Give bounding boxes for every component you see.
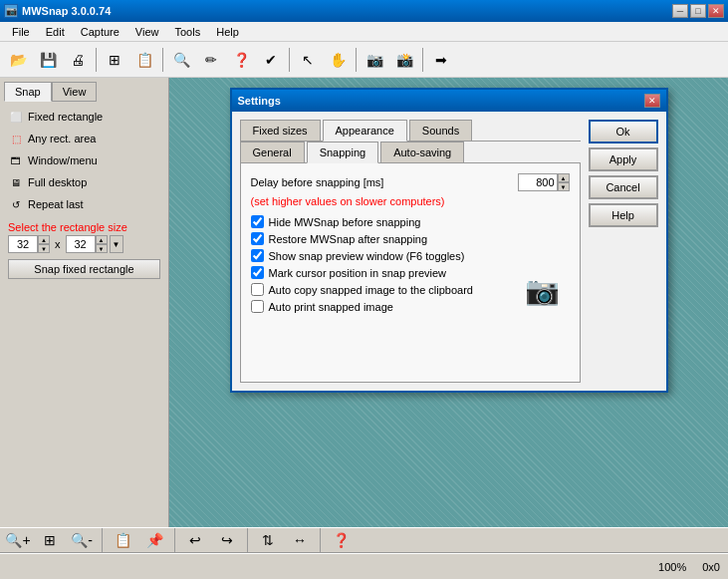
tab-sounds[interactable]: Sounds — [409, 120, 472, 141]
checkbox-preview-input[interactable] — [251, 249, 264, 262]
sidebar-item-any-rect[interactable]: ⬚ Any rect. area — [4, 128, 164, 149]
checkbox-hide-label: Hide MWSnap before snapping — [269, 216, 421, 228]
toolbar-export[interactable]: ➡ — [427, 46, 455, 74]
toolbar-hand[interactable]: ✋ — [324, 46, 352, 74]
sidebar-tab-view[interactable]: View — [52, 82, 98, 102]
snap-fixed-btn[interactable]: Snap fixed rectangle — [8, 259, 160, 279]
tab-general[interactable]: General — [240, 142, 305, 162]
maximize-button[interactable]: □ — [690, 4, 706, 18]
checkbox-autoprint-input[interactable] — [251, 300, 264, 313]
menu-file[interactable]: File — [4, 24, 38, 40]
settings-dialog: Settings ✕ Fixed sizes Appearance Sounds… — [230, 88, 668, 393]
toolbar-zoom-in[interactable]: 🔍 — [167, 46, 195, 74]
dialog-content: Delay before snapping [ms] ▲ ▼ (set high… — [240, 163, 581, 383]
sidebar-item-repeat[interactable]: ↺ Repeat last — [4, 193, 164, 215]
tab-snapping[interactable]: Snapping — [307, 142, 379, 163]
delay-input[interactable] — [518, 173, 558, 191]
toolbar-pencil[interactable]: ✏ — [197, 46, 225, 74]
window-icon: 🗔 — [8, 152, 24, 168]
size-y-input[interactable] — [66, 235, 96, 253]
toolbar-cursor[interactable]: ↖ — [294, 46, 322, 74]
toolbar-question[interactable]: ❓ — [227, 46, 255, 74]
tab-appearance[interactable]: Appearance — [323, 120, 407, 142]
dialog-body: Fixed sizes Appearance Sounds General Sn… — [232, 112, 666, 391]
menu-bar: File Edit Capture View Tools Help — [0, 22, 728, 42]
toolbar-print[interactable]: 🖨 — [64, 46, 92, 74]
checkbox-hide: Hide MWSnap before snapping — [251, 215, 570, 228]
menu-edit[interactable]: Edit — [38, 24, 73, 40]
title-bar: 📷 MWSnap 3.0.0.74 ─ □ ✕ — [0, 0, 728, 22]
sidebar-item-repeat-label: Repeat last — [28, 198, 84, 210]
checkbox-autocopy: Auto copy snapped image to the clipboard — [251, 283, 570, 296]
status-redo[interactable]: ↪ — [213, 526, 241, 554]
menu-help[interactable]: Help — [208, 24, 247, 40]
minimize-button[interactable]: ─ — [672, 4, 688, 18]
sidebar-tab-snap[interactable]: Snap — [4, 82, 52, 102]
size-x-spinners: ▲ ▼ — [38, 235, 50, 253]
status-sep4 — [320, 528, 321, 552]
ok-button[interactable]: Ok — [589, 120, 658, 144]
fixed-rect-icon: ⬜ — [8, 109, 24, 125]
statusbar-top: 🔍+ ⊞ 🔍- 📋 📌 ↩ ↪ ⇅ ↔ ❓ — [0, 527, 728, 553]
sidebar-item-fixed-rect[interactable]: ⬜ Fixed rectangle — [4, 106, 164, 128]
toolbar-grid[interactable]: ⊞ — [101, 46, 128, 74]
status-flip[interactable]: ⇅ — [254, 526, 282, 554]
tab-autosaving[interactable]: Auto-saving — [380, 142, 464, 162]
toolbar-check[interactable]: ✔ — [257, 46, 285, 74]
size-y-up[interactable]: ▲ — [96, 235, 108, 244]
status-grid[interactable]: ⊞ — [36, 526, 64, 554]
delay-down[interactable]: ▼ — [558, 182, 570, 191]
apply-button[interactable]: Apply — [589, 147, 658, 171]
toolbar-save[interactable]: 💾 — [34, 46, 62, 74]
size-x-up[interactable]: ▲ — [38, 235, 50, 244]
checkbox-cursor: Mark cursor position in snap preview — [251, 266, 570, 279]
app-body: Snap View ⬜ Fixed rectangle ⬚ Any rect. … — [0, 78, 728, 527]
status-zoom-out[interactable]: 🔍- — [68, 526, 96, 554]
dialog-tabs-panel: Fixed sizes Appearance Sounds General Sn… — [240, 120, 581, 383]
toolbar-camera1[interactable]: 📷 — [361, 46, 388, 74]
title-buttons: ─ □ ✕ — [672, 4, 724, 18]
status-help[interactable]: ❓ — [327, 526, 355, 554]
sidebar-item-window-label: Window/menu — [28, 154, 98, 166]
dialog-close-button[interactable]: ✕ — [644, 94, 660, 108]
checkbox-autocopy-label: Auto copy snapped image to the clipboard — [269, 284, 473, 296]
toolbar-sep-5 — [422, 48, 423, 72]
dialog-title: Settings — [238, 95, 644, 107]
checkbox-cursor-input[interactable] — [251, 266, 264, 279]
tab-fixed-sizes[interactable]: Fixed sizes — [240, 120, 321, 141]
toolbar-camera2[interactable]: 📸 — [390, 46, 418, 74]
sidebar-item-window[interactable]: 🗔 Window/menu — [4, 149, 164, 171]
status-paste[interactable]: 📌 — [140, 526, 168, 554]
sidebar-item-desktop[interactable]: 🖥 Full desktop — [4, 171, 164, 193]
menu-view[interactable]: View — [127, 24, 167, 40]
help-button[interactable]: Help — [589, 203, 658, 227]
delay-spinners: ▲ ▼ — [558, 173, 570, 191]
size-y-down[interactable]: ▼ — [96, 244, 108, 253]
checkbox-autocopy-input[interactable] — [251, 283, 264, 296]
cancel-button[interactable]: Cancel — [589, 175, 658, 199]
x-separator: x — [55, 238, 61, 250]
checkbox-restore-input[interactable] — [251, 232, 264, 245]
size-inputs: ▲ ▼ x ▲ ▼ ▼ — [8, 235, 160, 253]
status-copy2[interactable]: 📋 — [109, 526, 136, 554]
status-undo[interactable]: ↩ — [181, 526, 209, 554]
checkbox-cursor-label: Mark cursor position in snap preview — [269, 267, 447, 279]
delay-up[interactable]: ▲ — [558, 173, 570, 182]
size-x-down[interactable]: ▼ — [38, 244, 50, 253]
toolbar-copy[interactable]: 📋 — [130, 46, 158, 74]
app-title: MWSnap 3.0.0.74 — [22, 5, 672, 17]
menu-tools[interactable]: Tools — [167, 24, 209, 40]
close-button[interactable]: ✕ — [708, 4, 724, 18]
status-rotate[interactable]: ↔ — [286, 526, 314, 554]
toolbar-open[interactable]: 📂 — [4, 46, 32, 74]
status-zoom-in[interactable]: 🔍+ — [4, 526, 32, 554]
checkbox-restore-label: Restore MWSnap after snapping — [269, 233, 428, 245]
size-x-group: ▲ ▼ — [8, 235, 50, 253]
size-x-input[interactable] — [8, 235, 38, 253]
checkbox-hide-input[interactable] — [251, 215, 264, 228]
zoom-level: 100% — [658, 561, 686, 573]
size-dropdown[interactable]: ▼ — [110, 235, 123, 253]
dialog-tabs-row2: General Snapping Auto-saving — [240, 142, 581, 163]
menu-capture[interactable]: Capture — [73, 24, 127, 40]
size-y-group: ▲ ▼ — [66, 235, 108, 253]
